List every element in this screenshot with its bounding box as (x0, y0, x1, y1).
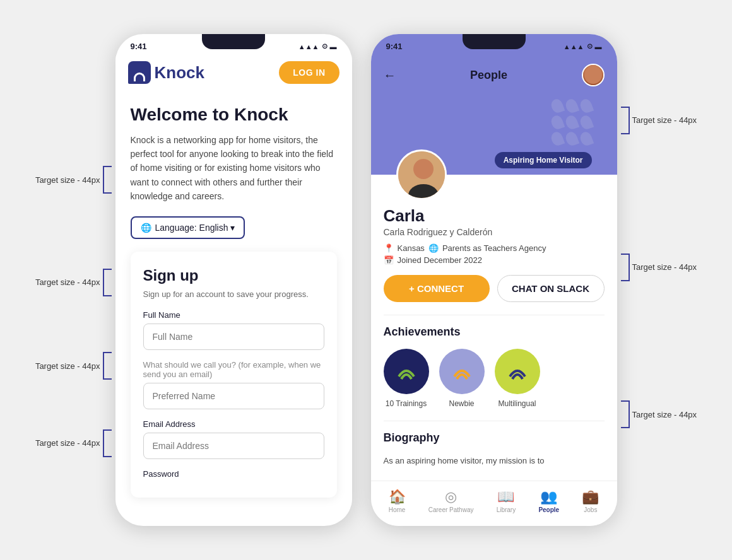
joined-text: Joined December 2022 (398, 255, 482, 265)
nav-jobs[interactable]: 💼 Jobs (582, 489, 599, 513)
role-badge: Aspiring Home Visitor (495, 152, 592, 168)
bracket-right-1 (621, 107, 630, 134)
leaf-group-1 (552, 99, 563, 146)
jobs-icon: 💼 (582, 489, 599, 505)
preferred-name-label: What should we call you? (for example, w… (143, 360, 324, 379)
leaf-8 (578, 114, 593, 131)
email-input[interactable] (143, 433, 324, 459)
nav-people[interactable]: 👥 People (538, 489, 559, 513)
knock-k-inner (134, 73, 145, 81)
time-left: 9:41 (131, 42, 147, 51)
nav-career-label: Career Pathway (428, 506, 474, 513)
welcome-title: Welcome to Knock (131, 104, 337, 125)
time-right: 9:41 (386, 42, 403, 51)
preferred-name-input[interactable] (143, 383, 324, 409)
calendar-icon: 📅 (384, 255, 394, 265)
signup-box: Sign up Sign up for an account to save y… (131, 252, 337, 498)
email-label: Email Address (143, 419, 324, 429)
location-text: Kansas (398, 243, 425, 253)
achievements-title: Achievements (384, 325, 605, 339)
home-icon: 🏠 (389, 489, 406, 505)
annotation-target-2: Target size - 44px (35, 277, 100, 287)
people-icon: 👥 (540, 489, 557, 505)
leaf-2 (549, 114, 564, 131)
avatar-face (583, 65, 603, 85)
right-header: ← People (371, 54, 617, 175)
leaf-group-3 (581, 99, 592, 146)
battery-icon-right: ▬ (595, 43, 602, 50)
right-content: Carla Carla Rodriguez y Calderón 📍 Kansa… (371, 175, 617, 526)
knock-logo-icon (128, 61, 151, 84)
org-icon: 🌐 (428, 243, 439, 253)
language-selector[interactable]: 🌐 Language: English ▾ (131, 216, 245, 239)
achievement-newbie: Newbie (439, 349, 485, 408)
profile-avatar (396, 149, 447, 200)
action-buttons: + CONNECT CHAT ON SLACK (384, 275, 605, 302)
badge-trainings-icon (395, 363, 418, 380)
leaf-group-2 (566, 99, 577, 146)
annotation-target-4: Target size - 44px (35, 438, 100, 448)
back-button[interactable]: ← (384, 68, 396, 83)
leaf-1 (549, 98, 564, 115)
divider-2 (384, 421, 605, 421)
password-label: Password (143, 469, 324, 479)
slack-button[interactable]: CHAT ON SLACK (497, 275, 605, 302)
bottom-nav: 🏠 Home ◎ Career Pathway 📖 Library 👥 Peop… (371, 481, 617, 526)
connect-button[interactable]: + CONNECT (384, 275, 490, 302)
right-nav-bar: ← People (384, 60, 605, 93)
knock-header: Knock LOG IN (115, 54, 352, 91)
profile-full-name: Carla Rodriguez y Calderón (384, 227, 605, 237)
battery-icon: ▬ (330, 43, 337, 50)
full-name-input[interactable] (143, 324, 324, 350)
achievements-row: 10 Trainings Newbie (384, 349, 605, 408)
language-label: Language: English ▾ (155, 223, 235, 233)
career-icon: ◎ (445, 489, 457, 505)
location-icon: 📍 (384, 243, 394, 253)
signup-subtitle: Sign up for an account to save your prog… (143, 289, 324, 299)
nav-jobs-label: Jobs (584, 506, 597, 513)
badge-newbie-icon (451, 363, 473, 380)
notch-right (463, 34, 526, 49)
leaf-4 (564, 98, 579, 115)
badge-multilingual-label: Multilingual (498, 399, 536, 408)
meta-location: 📍 Kansas 🌐 Parents as Teachers Agency (384, 243, 605, 253)
bracket-right-2 (621, 254, 630, 281)
nav-home[interactable]: 🏠 Home (389, 489, 406, 513)
nav-library[interactable]: 📖 Library (497, 489, 516, 513)
signal-icon-right: ▲▲▲ (564, 43, 584, 50)
meta-joined: 📅 Joined December 2022 (384, 255, 605, 265)
annotation-right-2: Target size - 44px (632, 262, 697, 272)
annotation-right-3: Target size - 44px (632, 410, 697, 419)
wifi-icon-right: ⊙ (587, 42, 593, 50)
org-text: Parents as Teachers Agency (442, 243, 546, 253)
hero-decoration (545, 93, 598, 146)
welcome-description: Knock is a networking app for home visit… (131, 133, 337, 204)
bracket-right-3 (621, 400, 630, 428)
left-phone: 9:41 ▲▲▲ ⊙ ▬ Knock LOG IN Wel (115, 34, 352, 526)
user-avatar-small[interactable] (582, 64, 605, 86)
avatar-image (398, 151, 447, 200)
right-phone: 9:41 ▲▲▲ ⊙ ▬ ← People (371, 34, 617, 526)
leaf-7 (578, 98, 593, 115)
leaf-6 (564, 131, 579, 148)
signup-title: Sign up (143, 267, 324, 284)
page-title: People (470, 69, 507, 82)
nav-home-label: Home (389, 506, 406, 513)
login-button[interactable]: LOG IN (279, 61, 339, 84)
achievement-trainings: 10 Trainings (384, 349, 429, 408)
wifi-icon: ⊙ (322, 42, 328, 50)
left-content: Welcome to Knock Knock is a networking a… (115, 91, 352, 520)
badge-newbie-label: Newbie (449, 399, 474, 408)
library-icon: 📖 (497, 489, 514, 505)
profile-name: Carla (384, 206, 605, 226)
biography-title: Biography (384, 431, 605, 445)
badge-multilingual (495, 349, 540, 394)
badge-trainings-label: 10 Trainings (386, 399, 427, 408)
right-annotations: Target size - 44px Target size - 44px Ta… (621, 34, 697, 526)
status-icons-left: ▲▲▲ ⊙ ▬ (298, 42, 337, 50)
nav-career[interactable]: ◎ Career Pathway (428, 489, 474, 513)
full-name-label: Full Name (143, 310, 324, 320)
achievement-multilingual: Multilingual (495, 349, 540, 408)
notch-left (202, 34, 265, 49)
profile-hero: Aspiring Home Visitor (384, 93, 605, 175)
